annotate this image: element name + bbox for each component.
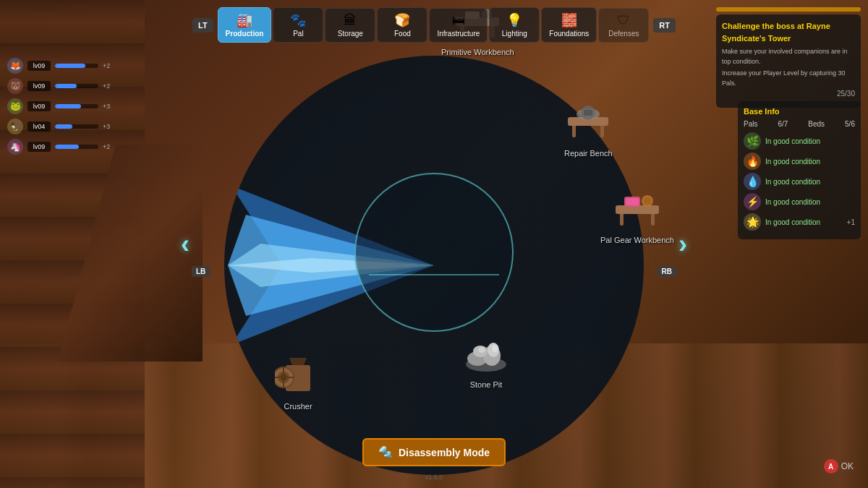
quest-subtitle: Make sure your involved companions are i… [722, 47, 855, 67]
disassembly-mode-button[interactable]: 🔩 Disassembly Mode [362, 438, 506, 466]
tab-production-label: Production [226, 30, 264, 38]
svg-rect-13 [620, 213, 624, 226]
base-stats-row: Pals 6/7 Beds 5/6 [744, 120, 855, 128]
quest-progress-bar [716, 7, 861, 12]
level-modifier-5: +2 [103, 143, 110, 150]
pal-status-item-1: 🌿 In good condition [744, 132, 855, 150]
radial-item-repair-bench[interactable]: Repair Bench [564, 100, 613, 158]
pal-status-text-1: In good condition [765, 137, 820, 145]
storage-icon: 🏛 [344, 13, 357, 28]
level-bar-bg-1 [55, 64, 98, 68]
pal-avatar-3: 🐸 [7, 98, 23, 114]
tab-storage[interactable]: 🏛 Storage [325, 8, 375, 43]
base-info-box: Base Info Pals 6/7 Beds 5/6 🌿 In good co… [738, 101, 861, 239]
lb-badge[interactable]: LB [192, 266, 210, 277]
pal-gear-workbench-icon [614, 187, 660, 233]
pal-avatar-4: 🦅 [7, 119, 23, 134]
pal-status-text-4: In good condition [765, 198, 820, 206]
tab-production[interactable]: 🏭 Production [218, 7, 272, 43]
pal-avatar-2: 🐻 [7, 78, 23, 94]
radial-item-crusher[interactable]: Crusher [275, 353, 321, 411]
repair-bench-label: Repair Bench [564, 149, 613, 158]
level-bar-fill-4 [55, 124, 72, 129]
tab-lighting[interactable]: 💡 Lighting [489, 7, 540, 43]
level-item-2: 🐻 lv09 +2 [7, 78, 110, 94]
tab-storage-label: Storage [338, 30, 363, 38]
svg-rect-14 [651, 213, 655, 226]
pal-status-icon-4: ⚡ [744, 193, 761, 210]
pals-label: Pals [744, 120, 757, 128]
pal-status-item-2: 🔥 In good condition [744, 153, 855, 170]
nav-arrow-left[interactable]: ‹ [181, 229, 190, 260]
level-badge-5: lv09 [27, 142, 51, 152]
tab-defenses[interactable]: 🛡 Defenses [598, 8, 649, 43]
ok-button-label: OK [841, 461, 854, 471]
level-item-1: 🦊 lv09 +2 [7, 58, 110, 74]
stone-pit-label: Stone Pit [470, 380, 503, 389]
pals-value: 6/7 [778, 120, 788, 128]
quest-action: Increase your Player Level by capturing … [722, 69, 855, 88]
nav-arrow-right[interactable]: › [678, 229, 687, 260]
radial-item-pal-gear-workbench[interactable]: Pal Gear Workbench [600, 187, 674, 244]
tab-infrastructure-label: Infrastructure [437, 30, 480, 38]
svg-point-33 [492, 345, 498, 352]
svg-rect-8 [600, 124, 604, 137]
rt-button[interactable]: RT [653, 18, 676, 33]
level-item-5: 🦄 lv09 +2 [7, 139, 110, 155]
level-bar-bg-4 [55, 124, 98, 129]
tab-infrastructure[interactable]: 🛏 Infrastructure [429, 8, 488, 43]
top-navigation: LT 🏭 Production 🐾 Pal 🏛 Storage 🍞 Food 🛏… [192, 7, 676, 43]
disassembly-icon: 🔩 [378, 445, 393, 459]
pal-avatar-5: 🦄 [7, 139, 23, 155]
pal-status-item-4: ⚡ In good condition [744, 193, 855, 210]
level-badge-1: lv09 [27, 61, 51, 71]
pal-status-text-3: In good condition [765, 178, 820, 186]
rb-badge[interactable]: RB [658, 266, 676, 277]
quest-progress-text: 25/30 [722, 88, 855, 99]
svg-rect-17 [626, 198, 639, 205]
pal-status-icon-2: 🔥 [744, 153, 761, 170]
level-bar-bg-5 [55, 145, 98, 149]
pal-status-icon-5: 🌟 [744, 213, 761, 231]
lighting-icon: 💡 [506, 12, 522, 28]
production-icon: 🏭 [237, 12, 252, 28]
level-bar-bg-2 [55, 84, 98, 88]
pal-status-plus-5: +1 [847, 218, 855, 226]
level-bar-fill-5 [55, 145, 79, 149]
level-item-3: 🐸 lv09 +3 [7, 98, 110, 114]
tab-foundations[interactable]: 🧱 Foundations [541, 7, 597, 43]
pal-avatar-1: 🦊 [7, 58, 23, 74]
level-modifier-4: +3 [103, 123, 110, 130]
pal-status-text-2: In good condition [765, 158, 820, 166]
base-info-title: Base Info [744, 107, 855, 116]
tab-pal-label: Pal [293, 30, 303, 38]
beds-value: 5/6 [845, 120, 855, 128]
level-modifier-1: +2 [103, 62, 110, 69]
repair-bench-icon [565, 100, 611, 146]
tab-foundations-label: Foundations [549, 30, 589, 38]
radial-item-stone-pit[interactable]: Stone Pit [463, 331, 509, 389]
svg-rect-7 [572, 124, 576, 137]
ok-button-area[interactable]: A OK [824, 459, 854, 474]
pal-status-item-5: 🌟 In good condition +1 [744, 213, 855, 231]
level-badge-3: lv09 [27, 101, 51, 111]
version-label: v1.6.0 [425, 474, 443, 481]
pal-status-text-5: In good condition [765, 218, 820, 226]
right-base-panel: Base Info Pals 6/7 Beds 5/6 🌿 In good co… [738, 101, 861, 239]
tab-food-label: Food [394, 30, 411, 38]
tab-lighting-label: Lighting [502, 30, 527, 38]
svg-point-32 [478, 347, 485, 353]
stone-pit-icon [463, 331, 509, 377]
level-badge-2: lv09 [27, 81, 51, 91]
svg-marker-26 [289, 358, 307, 365]
lt-button[interactable]: LT [192, 18, 213, 33]
crusher-label: Crusher [284, 402, 312, 411]
pal-icon: 🐾 [290, 12, 306, 28]
tab-food[interactable]: 🍞 Food [377, 7, 427, 43]
svg-rect-12 [584, 110, 592, 116]
inner-circle [354, 173, 514, 332]
tab-pal[interactable]: 🐾 Pal [273, 7, 323, 43]
primitive-workbench-label: Primitive Workbench [441, 48, 514, 56]
crusher-icon [275, 353, 321, 399]
pal-status-item-3: 💧 In good condition [744, 173, 855, 190]
